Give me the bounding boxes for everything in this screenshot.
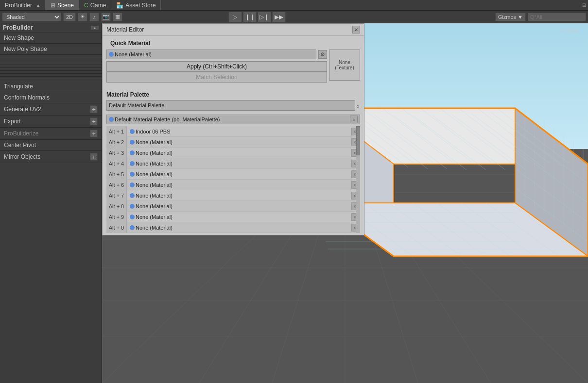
material-settings-button[interactable]: ⚙ <box>318 50 327 59</box>
separator-1 <box>0 57 102 57</box>
palette-item[interactable]: Alt + 1Indoor 06 PBS○ <box>106 126 360 137</box>
sidebar-item-conform-normals[interactable]: Conform Normals <box>0 92 102 103</box>
palette-item[interactable]: Alt + 0None (Material)○ <box>106 222 360 233</box>
palette-items-list: Alt + 1Indoor 06 PBS○Alt + 2None (Materi… <box>106 126 360 233</box>
palette-settings-button[interactable]: ○ <box>350 116 358 123</box>
palette-mat-dot-icon <box>130 225 135 230</box>
tab-scene[interactable]: ⊞ Scene <box>46 0 79 10</box>
hamburger-icon: ≡ <box>561 27 564 33</box>
main-area: ProBuilder ▲ New Shape New Poly Shape Tr… <box>0 23 588 383</box>
apply-button[interactable]: Apply (Ctrl+Shift+Click) <box>106 61 327 72</box>
palette-file-row: Default Material Palette (pb_MaterialPal… <box>106 115 360 124</box>
sidebar-item-center-pivot[interactable]: Center Pivot <box>0 140 102 151</box>
palette-scrollbar-thumb[interactable] <box>356 126 360 155</box>
palette-mat-dot-icon <box>130 172 135 177</box>
audio-icon[interactable]: ♪ <box>89 13 99 21</box>
sidebar-item-triangulate[interactable]: Triangulate <box>0 81 102 92</box>
panel-header: Material Editor ✕ <box>103 24 364 36</box>
palette-mat-name: None (Material) <box>136 150 173 156</box>
generate-uv2-plus[interactable]: + <box>90 105 98 113</box>
palette-mat-dot-icon <box>130 129 135 134</box>
iso-label: ≡ ≡ Iso <box>561 27 578 33</box>
probuilderize-plus[interactable]: + <box>90 130 98 137</box>
maximize-icon[interactable]: ⊟ <box>582 2 586 8</box>
palette-item[interactable]: Alt + 5None (Material)○ <box>106 169 360 180</box>
game-icon: C <box>84 2 88 9</box>
scene-viewport[interactable]: x y z ≡ ≡ Iso M <box>102 23 588 383</box>
palette-mat-name: None (Material) <box>136 139 173 145</box>
palette-shortcut-label: Alt + 5 <box>106 169 127 179</box>
sidebar-header: ProBuilder ▲ <box>0 23 102 33</box>
step-button[interactable]: ▷❙ <box>258 12 271 22</box>
left-sidebar: ProBuilder ▲ New Shape New Poly Shape Tr… <box>0 23 102 383</box>
palette-shortcut-label: Alt + 4 <box>106 158 127 168</box>
palette-mat-dot-icon <box>130 204 135 209</box>
stats-icon[interactable]: ▦ <box>113 13 122 21</box>
export-plus[interactable]: + <box>90 117 98 125</box>
palette-mat-name: None (Material) <box>136 193 173 199</box>
sidebar-scroll-up[interactable]: ▲ <box>91 26 99 30</box>
fast-forward-button[interactable]: ▶▶ <box>272 12 286 22</box>
pause-button[interactable]: ❙❙ <box>243 12 257 22</box>
scene-toolbar: Shaded Wireframe Shaded Wireframe 2D ☀ ♪… <box>0 11 588 23</box>
sidebar-item-new-poly-shape[interactable]: New Poly Shape <box>0 44 102 55</box>
sidebar-item-export[interactable]: Export + <box>0 116 102 128</box>
probuilder-label: ProBuilder ▲ <box>0 0 46 10</box>
lighting-icon[interactable]: ☀ <box>78 13 87 21</box>
material-field-row: None (Material) ⚙ Apply (Ctrl+Shift+Clic… <box>106 50 360 84</box>
match-selection-button[interactable]: Match Selection <box>106 72 327 83</box>
asset-store-icon: 🏪 <box>116 2 123 9</box>
material-dot-icon <box>109 52 114 57</box>
play-button[interactable]: ▷ <box>228 12 242 22</box>
palette-file-name: Default Material Palette (pb_MaterialPal… <box>115 117 349 122</box>
panel-title: Material Editor <box>106 26 144 33</box>
shading-mode-select[interactable]: Shaded Wireframe Shaded Wireframe <box>2 13 61 21</box>
sidebar-item-new-shape[interactable]: New Shape <box>0 33 102 44</box>
palette-header: Material Palette <box>106 90 360 100</box>
palette-mat-name: None (Material) <box>136 182 173 188</box>
palette-item[interactable]: Alt + 3None (Material)○ <box>106 148 360 158</box>
panel-close-button[interactable]: ✕ <box>352 26 360 33</box>
separator-2 <box>0 79 102 79</box>
2d-button[interactable]: 2D <box>63 13 76 21</box>
top-tab-bar: ProBuilder ▲ ⊞ Scene C Game 🏪 Asset Stor… <box>0 0 588 11</box>
scene-hash-icon: ⊞ <box>51 2 55 9</box>
palette-shortcut-label: Alt + 1 <box>106 126 127 136</box>
palette-mat-name: None (Material) <box>136 203 173 209</box>
palette-item[interactable]: Alt + 2None (Material)○ <box>106 137 360 148</box>
palette-shortcut-label: Alt + 3 <box>106 148 127 158</box>
palette-mat-dot-icon <box>130 150 135 155</box>
palette-shortcut-label: Alt + 6 <box>106 180 127 190</box>
sidebar-item-p1[interactable] <box>0 74 102 77</box>
sidebar-item-probuilderize[interactable]: ProBuilderize + <box>0 128 102 140</box>
palette-mat-dot-icon <box>130 193 135 198</box>
palette-mat-dot-icon <box>130 161 135 166</box>
material-input-field[interactable]: None (Material) <box>106 50 316 59</box>
quick-material-header: Quick Material <box>106 38 360 48</box>
palette-mat-dot-icon <box>130 215 135 219</box>
sidebar-item-generate-uv2[interactable]: Generate UV2 + <box>0 103 102 116</box>
quick-material-section: Quick Material None (Material) ⚙ <box>103 36 364 88</box>
palette-item[interactable]: Alt + 8None (Material)○ <box>106 201 360 212</box>
palette-item[interactable]: Alt + 6None (Material)○ <box>106 180 360 190</box>
sidebar-item-mirror-objects[interactable]: Mirror Objects + <box>0 151 102 163</box>
scene-search-input[interactable] <box>528 13 586 21</box>
gizmos-section: Gizmos ▼ <box>495 13 586 21</box>
palette-item[interactable]: Alt + 9None (Material)○ <box>106 212 360 222</box>
mirror-objects-plus[interactable]: + <box>90 153 98 161</box>
material-palette-section: Material Palette Default Material Palett… <box>103 88 364 235</box>
scene-background: x y z ≡ ≡ Iso M <box>102 23 588 383</box>
palette-item[interactable]: Alt + 7None (Material)○ <box>106 190 360 201</box>
palette-mat-name: None (Material) <box>136 214 173 220</box>
tab-game[interactable]: C Game <box>79 0 111 10</box>
camera-icon[interactable]: 📷 <box>101 13 111 21</box>
tab-asset-store[interactable]: 🏪 Asset Store <box>111 0 161 10</box>
palette-item[interactable]: Alt + 4None (Material)○ <box>106 158 360 169</box>
palette-select[interactable]: Default Material Palette <box>106 100 355 111</box>
sidebar-title: ProBuilder <box>3 24 33 31</box>
palette-scrollbar-track[interactable] <box>356 126 360 233</box>
palette-shortcut-label: Alt + 7 <box>106 190 127 200</box>
palette-mat-name: None (Material) <box>136 161 173 167</box>
palette-mat-name: None (Material) <box>136 225 173 231</box>
gizmos-button[interactable]: Gizmos ▼ <box>495 13 526 21</box>
